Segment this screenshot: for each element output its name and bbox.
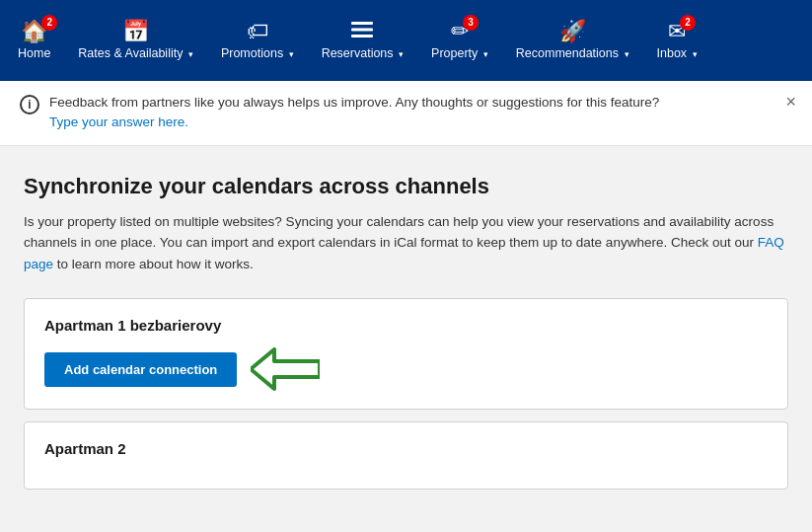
rates-arrow-icon: ▾ bbox=[188, 49, 193, 59]
close-icon[interactable]: × bbox=[785, 93, 796, 111]
calendar-icon: 📅 bbox=[122, 21, 149, 42]
nav-label-property: Property ▾ bbox=[431, 46, 488, 60]
nav-item-property[interactable]: ✏ 3 Property ▾ bbox=[417, 0, 502, 81]
feedback-link[interactable]: Type your answer here. bbox=[49, 114, 188, 129]
main-content: Synchronize your calendars across channe… bbox=[0, 146, 812, 522]
add-calendar-button-1[interactable]: Add calendar connection bbox=[44, 352, 237, 387]
nav-item-rates[interactable]: 📅 Rates & Availability ▾ bbox=[64, 0, 207, 81]
nav-label-rates: Rates & Availability ▾ bbox=[78, 46, 193, 60]
info-icon: i bbox=[20, 95, 39, 114]
nav-item-reservations[interactable]: Reservations ▾ bbox=[308, 0, 417, 81]
property-arrow-icon: ▾ bbox=[483, 49, 488, 59]
list-icon bbox=[351, 21, 373, 42]
nav-item-promotions[interactable]: 🏷 Promotions ▾ bbox=[207, 0, 308, 81]
svg-marker-3 bbox=[251, 349, 320, 389]
feedback-banner: i Feedback from partners like you always… bbox=[0, 81, 812, 146]
home-badge: 2 bbox=[41, 15, 57, 31]
nav-label-promotions: Promotions ▾ bbox=[221, 46, 294, 60]
nav-label-reservations: Reservations ▾ bbox=[322, 46, 404, 60]
property-name-1: Apartman 1 bezbarierovy bbox=[44, 317, 768, 334]
property-card-1: Apartman 1 bezbarierovy Add calendar con… bbox=[24, 298, 788, 410]
tag-icon: 🏷 bbox=[247, 21, 268, 42]
inbox-icon: ✉ 2 bbox=[668, 21, 686, 42]
nav-item-recommendations[interactable]: 🚀 Recommendations ▾ bbox=[502, 0, 643, 81]
promotions-arrow-icon: ▾ bbox=[289, 49, 294, 59]
svg-rect-2 bbox=[351, 35, 373, 38]
svg-rect-1 bbox=[351, 29, 373, 32]
feedback-text: Feedback from partners like you always h… bbox=[49, 93, 659, 133]
property-name-2: Apartman 2 bbox=[44, 440, 768, 457]
property-card-2: Apartman 2 bbox=[24, 421, 788, 490]
inbox-arrow-icon: ▾ bbox=[693, 49, 698, 59]
nav-label-home: Home bbox=[18, 46, 50, 60]
rocket-icon: 🚀 bbox=[559, 21, 586, 42]
green-arrow-icon bbox=[251, 347, 320, 391]
svg-rect-0 bbox=[351, 22, 373, 25]
reservations-arrow-icon: ▾ bbox=[399, 49, 404, 59]
property-badge: 3 bbox=[463, 15, 479, 31]
nav-item-inbox[interactable]: ✉ 2 Inbox ▾ bbox=[643, 0, 711, 81]
page-description: Is your property listed on multiple webs… bbox=[24, 211, 788, 275]
home-icon: 🏠 2 bbox=[21, 21, 47, 42]
nav-label-inbox: Inbox ▾ bbox=[657, 46, 698, 60]
main-nav: 🏠 2 Home 📅 Rates & Availability ▾ 🏷 Prom… bbox=[0, 0, 812, 81]
btn-arrow-wrapper-1: Add calendar connection bbox=[44, 347, 768, 391]
recommendations-arrow-icon: ▾ bbox=[625, 49, 629, 59]
page-title: Synchronize your calendars across channe… bbox=[24, 174, 788, 199]
nav-item-home[interactable]: 🏠 2 Home bbox=[4, 0, 64, 81]
pencil-icon: ✏ 3 bbox=[451, 21, 469, 42]
nav-label-recommendations: Recommendations ▾ bbox=[516, 46, 629, 60]
inbox-badge: 2 bbox=[680, 15, 696, 31]
